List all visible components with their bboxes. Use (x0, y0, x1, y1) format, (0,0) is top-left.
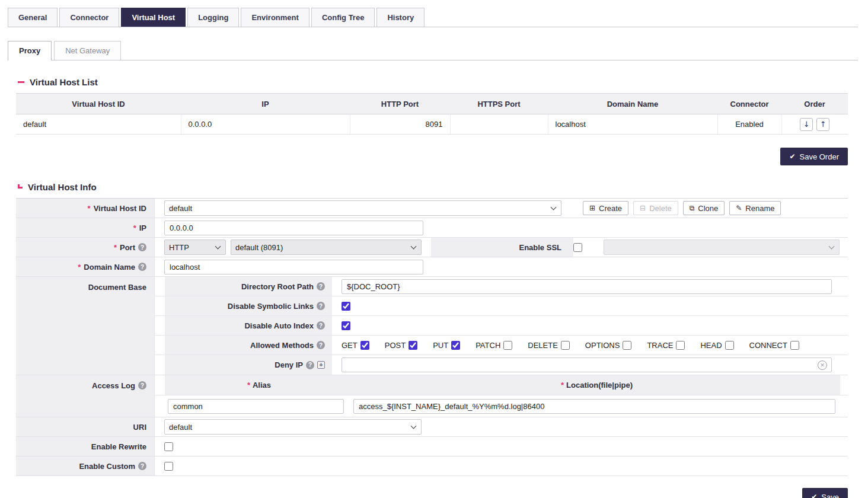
label-text: Enable Custom (79, 462, 135, 471)
method-trace-checkbox[interactable] (676, 341, 685, 350)
ip-input[interactable] (164, 221, 423, 235)
virtual-host-id-select[interactable]: default (164, 200, 561, 216)
uri-select-control[interactable]: default (164, 419, 422, 435)
move-up-button[interactable]: ↑ (816, 118, 829, 131)
access-log-location-input[interactable] (353, 399, 835, 414)
method-delete[interactable]: DELETE (528, 341, 570, 350)
method-head-checkbox[interactable] (725, 341, 734, 350)
move-down-button[interactable]: ↓ (800, 118, 813, 131)
delete-label: Delete (649, 204, 672, 213)
ssl-config-select[interactable] (604, 240, 840, 255)
method-post[interactable]: POST (385, 341, 417, 350)
col-header-order: Order (781, 94, 848, 114)
add-deny-ip-icon[interactable]: + (317, 361, 325, 369)
method-post-checkbox[interactable] (409, 341, 417, 350)
method-put[interactable]: PUT (433, 341, 460, 350)
table-row[interactable]: default 0.0.0.0 8091 localhost Enabled ↓… (16, 114, 848, 135)
method-put-checkbox[interactable] (451, 341, 460, 350)
col-header-https-port: HTTPS Port (450, 94, 548, 114)
method-delete-checkbox[interactable] (561, 341, 570, 350)
method-options-checkbox[interactable] (623, 341, 631, 350)
delete-button[interactable]: ⊟ Delete (633, 201, 678, 215)
label-text: Access Log (92, 381, 135, 390)
clear-icon[interactable]: ✕ (818, 360, 827, 370)
tab-environment[interactable]: Environment (241, 8, 309, 27)
help-icon[interactable]: ? (138, 263, 146, 271)
directory-root-path-input[interactable] (342, 279, 832, 294)
subtab-net-gateway[interactable]: Net Gateway (54, 41, 121, 60)
help-icon[interactable]: ? (317, 341, 325, 349)
rename-button[interactable]: ✎ Rename (729, 201, 781, 215)
tab-virtual-host[interactable]: Virtual Host (121, 8, 186, 27)
help-icon[interactable]: ? (306, 361, 314, 369)
cell-http-port: 8091 (350, 114, 450, 135)
table-header-row: Virtual Host ID IP HTTP Port HTTPS Port … (16, 94, 848, 114)
enable-ssl-checkbox[interactable] (573, 243, 582, 252)
method-patch[interactable]: PATCH (476, 341, 512, 350)
access-log-alias-input[interactable] (168, 399, 344, 414)
required-marker: * (247, 381, 250, 390)
help-icon[interactable]: ? (317, 282, 325, 290)
tab-connector[interactable]: Connector (59, 8, 119, 27)
label-text: Enable Rewrite (91, 442, 146, 451)
arrow-down-icon: ↓ (803, 120, 810, 129)
enable-custom-checkbox[interactable] (164, 462, 173, 471)
port-protocol-select-control[interactable]: HTTP (164, 240, 226, 255)
port-value-select[interactable]: default (8091) (231, 240, 422, 255)
col-header-http-port: HTTP Port (350, 94, 450, 114)
label-text: Location(file|pipe) (566, 381, 633, 390)
port-value-select-control[interactable]: default (8091) (231, 240, 422, 255)
port-protocol-select[interactable]: HTTP (164, 240, 226, 255)
tab-history[interactable]: History (376, 8, 425, 27)
allowed-methods-label: Allowed Methods ? (165, 336, 332, 355)
row-document-base: Document Base Directory Root Path ? (16, 277, 848, 375)
method-label: HEAD (700, 341, 722, 350)
help-icon[interactable]: ? (317, 302, 325, 310)
disable-symbolic-links-checkbox[interactable] (342, 302, 350, 311)
subtab-proxy[interactable]: Proxy (8, 41, 52, 60)
row-disable-auto-index: Disable Auto Index ? (155, 316, 848, 336)
save-button[interactable]: ✔ Save (802, 488, 848, 498)
required-marker: * (561, 381, 564, 390)
method-trace[interactable]: TRACE (647, 341, 685, 350)
access-log-inputs (155, 395, 848, 417)
method-get[interactable]: GET (342, 341, 369, 350)
virtual-host-info-form: * Virtual Host ID default ⊞ Create ⊟ (16, 198, 848, 476)
label-text: Alias (253, 381, 271, 390)
help-icon[interactable]: ? (138, 243, 146, 251)
tab-logging[interactable]: Logging (187, 8, 239, 27)
enable-rewrite-checkbox[interactable] (164, 442, 173, 451)
domain-name-input[interactable] (164, 260, 423, 274)
deny-ip-label: Deny IP ? + (165, 355, 332, 375)
label-text: Enable SSL (519, 243, 561, 252)
row-enable-rewrite: Enable Rewrite (16, 437, 848, 456)
method-connect-checkbox[interactable] (790, 341, 799, 350)
method-options[interactable]: OPTIONS (585, 341, 632, 350)
help-icon[interactable]: ? (317, 321, 325, 330)
method-label: DELETE (528, 341, 558, 350)
save-order-label: Save Order (800, 152, 839, 161)
help-icon[interactable]: ? (138, 462, 146, 470)
label-text: Virtual Host ID (94, 204, 146, 213)
clone-button[interactable]: ⧉ Clone (683, 201, 725, 215)
row-virtual-host-id: * Virtual Host ID default ⊞ Create ⊟ (16, 199, 848, 218)
tab-config-tree[interactable]: Config Tree (311, 8, 375, 27)
col-header-ip: IP (181, 94, 350, 114)
tab-general[interactable]: General (8, 8, 58, 27)
save-label: Save (821, 493, 839, 498)
deny-ip-input[interactable] (342, 357, 832, 372)
virtual-host-id-select-control[interactable]: default (164, 200, 561, 216)
method-head[interactable]: HEAD (700, 341, 733, 350)
label-text: Domain Name (84, 263, 135, 272)
method-get-checkbox[interactable] (360, 341, 369, 350)
save-order-button[interactable]: ✔ Save Order (780, 148, 848, 165)
uri-select[interactable]: default (164, 419, 422, 435)
label-text: Disable Symbolic Links (228, 302, 314, 311)
create-button[interactable]: ⊞ Create (583, 201, 628, 215)
required-marker: * (78, 263, 81, 272)
help-icon[interactable]: ? (138, 381, 146, 390)
virtual-host-info-title: Virtual Host Info (18, 182, 848, 192)
method-patch-checkbox[interactable] (503, 341, 512, 350)
disable-auto-index-checkbox[interactable] (342, 321, 350, 330)
method-connect[interactable]: CONNECT (749, 341, 799, 350)
